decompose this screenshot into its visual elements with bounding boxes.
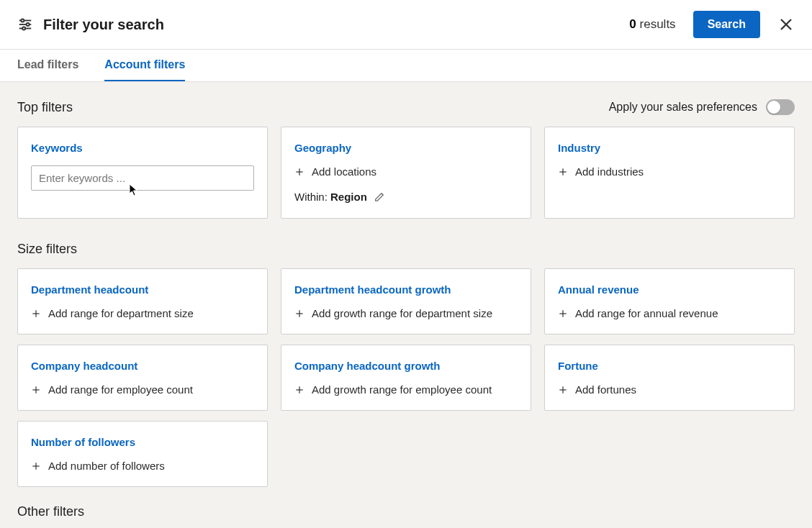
card-title-industry: Industry — [558, 142, 781, 154]
card-fortune: Fortune Add fortunes — [544, 345, 795, 411]
section-label-size: Size filters — [0, 226, 812, 265]
card-company-headcount: Company headcount Add range for employee… — [17, 345, 268, 411]
card-company-growth: Company headcount growth Add growth rang… — [281, 345, 531, 411]
svg-point-1 — [21, 19, 24, 22]
toggle-knob — [767, 101, 780, 114]
plus-icon — [558, 309, 568, 319]
add-company-headcount[interactable]: Add range for employee count — [31, 383, 254, 396]
plus-icon — [31, 309, 41, 319]
sliders-icon — [17, 17, 33, 32]
card-title-geography: Geography — [294, 142, 518, 154]
plus-icon — [294, 309, 304, 319]
page-title: Filter your search — [43, 17, 164, 33]
size-filters-row-3: Number of followers Add number of follow… — [0, 418, 812, 494]
tab-lead-filters[interactable]: Lead filters — [17, 50, 78, 81]
within-prefix: Within: — [294, 191, 330, 203]
results-text: 0 results — [629, 17, 675, 32]
sales-pref-label: Apply your sales preferences — [609, 101, 757, 114]
within-text: Within: Region — [294, 191, 367, 204]
plus-icon — [294, 385, 304, 395]
add-annual-revenue[interactable]: Add range for annual revenue — [558, 307, 781, 319]
add-dept-growth[interactable]: Add growth range for department size — [294, 307, 518, 319]
add-dept-headcount-label: Add range for department size — [48, 307, 194, 319]
card-title-fortune: Fortune — [558, 360, 781, 372]
size-filters-row-2: Company headcount Add range for employee… — [0, 342, 812, 418]
svg-point-3 — [27, 23, 30, 26]
card-dept-headcount: Department headcount Add range for depar… — [17, 268, 268, 334]
card-dept-growth: Department headcount growth Add growth r… — [281, 268, 531, 334]
card-followers: Number of followers Add number of follow… — [17, 421, 268, 487]
top-filters-row: Keywords Geography Add locations Within:… — [0, 124, 812, 226]
card-title-annual-revenue: Annual revenue — [558, 283, 781, 296]
add-locations[interactable]: Add locations — [294, 165, 518, 178]
card-title-company-growth: Company headcount growth — [294, 360, 518, 372]
plus-icon — [558, 385, 568, 395]
card-title-followers: Number of followers — [31, 436, 254, 448]
svg-point-5 — [22, 27, 25, 29]
card-industry: Industry Add industries — [544, 127, 795, 219]
within-row: Within: Region — [294, 191, 518, 204]
card-title-keywords: Keywords — [31, 142, 254, 154]
keywords-input[interactable] — [31, 165, 254, 191]
close-icon[interactable] — [777, 16, 795, 33]
title-area: Filter your search — [17, 17, 164, 33]
topbar-right: 0 results Search — [629, 11, 795, 38]
add-locations-label: Add locations — [312, 165, 376, 178]
section-label-top: Top filters — [17, 100, 73, 115]
plus-icon — [31, 385, 41, 395]
card-title-company-headcount: Company headcount — [31, 360, 254, 372]
card-title-dept-growth: Department headcount growth — [294, 283, 518, 296]
add-company-growth[interactable]: Add growth range for employee count — [294, 383, 518, 396]
add-annual-revenue-label: Add range for annual revenue — [575, 307, 718, 319]
search-button[interactable]: Search — [693, 11, 760, 38]
plus-icon — [294, 167, 304, 177]
section-label-other: Other filters — [0, 494, 812, 528]
results-label: results — [640, 17, 676, 31]
topbar: Filter your search 0 results Search — [0, 0, 812, 49]
card-keywords: Keywords — [17, 127, 268, 219]
card-title-dept-headcount: Department headcount — [31, 283, 254, 296]
sales-pref: Apply your sales preferences — [609, 99, 795, 115]
add-dept-headcount[interactable]: Add range for department size — [31, 307, 254, 319]
add-dept-growth-label: Add growth range for department size — [312, 307, 492, 319]
add-fortune-label: Add fortunes — [575, 383, 636, 396]
tabs: Lead filters Account filters — [0, 49, 812, 82]
add-industries[interactable]: Add industries — [558, 165, 781, 178]
add-company-headcount-label: Add range for employee count — [48, 383, 193, 396]
section-top-filters-header: Top filters Apply your sales preferences — [0, 82, 812, 124]
tab-account-filters[interactable]: Account filters — [104, 50, 185, 81]
size-filters-row-1: Department headcount Add range for depar… — [0, 265, 812, 342]
add-industries-label: Add industries — [575, 165, 644, 178]
add-followers-label: Add number of followers — [48, 460, 165, 472]
card-geography: Geography Add locations Within: Region — [281, 127, 531, 219]
sales-pref-toggle[interactable] — [766, 99, 795, 115]
add-followers[interactable]: Add number of followers — [31, 460, 254, 472]
card-annual-revenue: Annual revenue Add range for annual reve… — [544, 268, 795, 334]
results-count: 0 — [629, 17, 636, 31]
add-company-growth-label: Add growth range for employee count — [312, 383, 492, 396]
pencil-icon[interactable] — [374, 192, 384, 202]
plus-icon — [558, 167, 568, 177]
within-value: Region — [330, 191, 367, 203]
add-fortune[interactable]: Add fortunes — [558, 383, 781, 396]
plus-icon — [31, 461, 41, 471]
